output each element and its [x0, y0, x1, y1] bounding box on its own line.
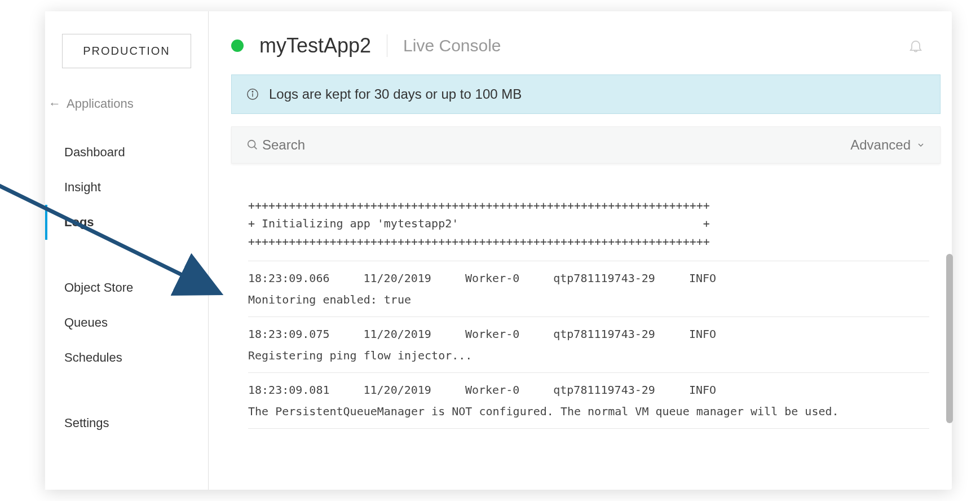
- log-time: 18:23:09.081: [248, 383, 330, 397]
- arrow-left-icon: ←: [48, 96, 61, 111]
- page-header: myTestApp2 Live Console: [231, 34, 946, 58]
- log-level: INFO: [689, 383, 716, 397]
- sidebar-item-settings[interactable]: Settings: [45, 406, 208, 441]
- info-banner: Logs are kept for 30 days or up to 100 M…: [231, 74, 941, 114]
- svg-point-3: [252, 91, 253, 92]
- log-time: 18:23:09.066: [248, 271, 330, 285]
- info-banner-text: Logs are kept for 30 days or up to 100 M…: [269, 86, 522, 102]
- advanced-toggle[interactable]: Advanced: [850, 137, 925, 153]
- main-content: myTestApp2 Live Console Logs are kept fo…: [209, 11, 952, 490]
- page-subtitle: Live Console: [403, 36, 501, 55]
- log-date: 11/20/2019: [364, 327, 431, 341]
- log-level: INFO: [689, 271, 716, 285]
- log-thread: qtp781119743-29: [553, 327, 655, 341]
- nav-group-tertiary: Settings: [45, 399, 208, 447]
- search-bar: Advanced: [231, 126, 941, 164]
- sidebar-item-logs[interactable]: Logs: [45, 205, 208, 240]
- log-worker: Worker-0: [465, 271, 519, 285]
- divider: [387, 34, 387, 57]
- app-name: myTestApp2: [259, 34, 371, 58]
- app-shell: PRODUCTION ← Applications Dashboard Insi…: [45, 11, 952, 490]
- log-meta: 18:23:09.066 11/20/2019 Worker-0 qtp7811…: [248, 271, 929, 285]
- search-input[interactable]: [262, 137, 850, 153]
- log-meta: 18:23:09.075 11/20/2019 Worker-0 qtp7811…: [248, 327, 929, 341]
- back-link-label: Applications: [67, 96, 134, 111]
- environment-badge[interactable]: PRODUCTION: [62, 34, 191, 68]
- sidebar-item-object-store[interactable]: Object Store: [45, 270, 208, 305]
- back-to-applications[interactable]: ← Applications: [45, 91, 208, 128]
- log-entry: 18:23:09.066 11/20/2019 Worker-0 qtp7811…: [248, 261, 929, 317]
- log-time: 18:23:09.075: [248, 327, 330, 341]
- sidebar-item-insight[interactable]: Insight: [45, 170, 208, 205]
- log-date: 11/20/2019: [364, 271, 431, 285]
- svg-line-5: [254, 147, 257, 150]
- sidebar-item-queues[interactable]: Queues: [45, 305, 208, 340]
- log-meta: 18:23:09.081 11/20/2019 Worker-0 qtp7811…: [248, 383, 929, 397]
- info-icon: [246, 88, 259, 100]
- sidebar: PRODUCTION ← Applications Dashboard Insi…: [45, 11, 209, 490]
- log-message: The PersistentQueueManager is NOT config…: [248, 405, 929, 418]
- nav-group-secondary: Object Store Queues Schedules: [45, 263, 208, 382]
- log-init-block: ++++++++++++++++++++++++++++++++++++++++…: [248, 186, 929, 261]
- bell-icon[interactable]: [908, 38, 924, 54]
- log-list[interactable]: ++++++++++++++++++++++++++++++++++++++++…: [231, 169, 946, 490]
- sidebar-item-dashboard[interactable]: Dashboard: [45, 135, 208, 170]
- log-date: 11/20/2019: [364, 383, 431, 397]
- log-level: INFO: [689, 327, 716, 341]
- scrollbar-thumb[interactable]: [946, 254, 953, 423]
- nav-group-primary: Dashboard Insight Logs: [45, 128, 208, 247]
- log-entry: 18:23:09.081 11/20/2019 Worker-0 qtp7811…: [248, 373, 929, 429]
- log-init-text: ++++++++++++++++++++++++++++++++++++++++…: [248, 196, 929, 250]
- log-entry: 18:23:09.075 11/20/2019 Worker-0 qtp7811…: [248, 317, 929, 373]
- svg-point-4: [248, 140, 255, 148]
- sidebar-item-schedules[interactable]: Schedules: [45, 340, 208, 375]
- log-worker: Worker-0: [465, 383, 519, 397]
- chevron-down-icon: [916, 140, 925, 150]
- log-thread: qtp781119743-29: [553, 383, 655, 397]
- log-message: Registering ping flow injector...: [248, 349, 929, 362]
- status-indicator-icon: [231, 39, 244, 52]
- search-icon: [246, 139, 259, 151]
- log-worker: Worker-0: [465, 327, 519, 341]
- advanced-label: Advanced: [850, 137, 911, 153]
- log-message: Monitoring enabled: true: [248, 293, 929, 306]
- log-thread: qtp781119743-29: [553, 271, 655, 285]
